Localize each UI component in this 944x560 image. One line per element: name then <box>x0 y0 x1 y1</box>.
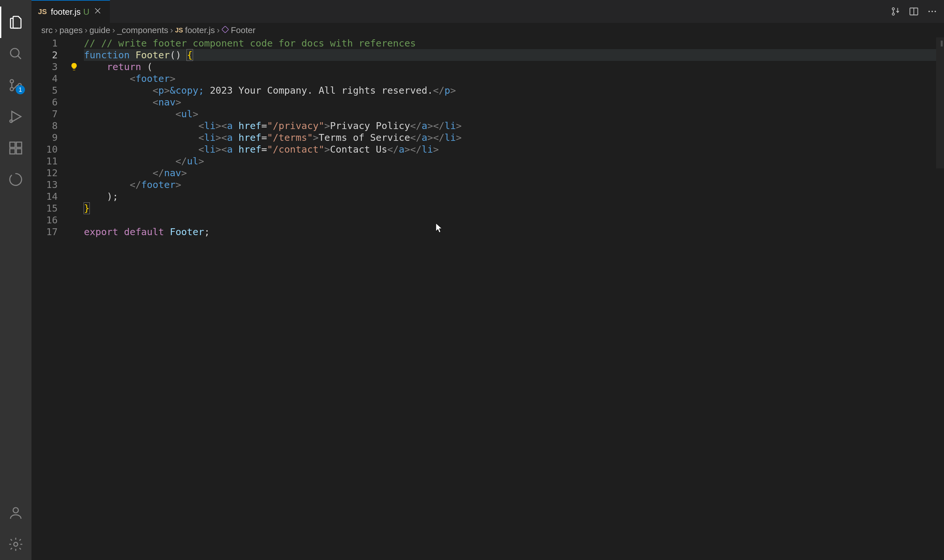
line-number[interactable]: 2 <box>31 49 58 61</box>
tab-filename: footer.js <box>51 7 81 17</box>
close-icon <box>93 6 102 15</box>
activity-extensions[interactable] <box>0 132 31 164</box>
tab-close-button[interactable] <box>93 6 102 17</box>
breadcrumb-pages[interactable]: pages <box>59 25 83 35</box>
activity-explorer[interactable] <box>0 6 31 38</box>
breadcrumb-file[interactable]: JS footer.js <box>175 25 215 35</box>
svg-rect-9 <box>16 149 22 154</box>
symbol-function-icon <box>222 25 229 35</box>
svg-line-1 <box>18 56 21 59</box>
code-line[interactable]: <nav> <box>84 96 944 108</box>
breadcrumb-src[interactable]: src <box>41 25 53 35</box>
minimap[interactable] <box>936 37 944 560</box>
code-line[interactable]: function Footer() { <box>84 49 944 61</box>
code-line[interactable]: </nav> <box>84 167 944 179</box>
js-file-icon: JS <box>38 8 47 16</box>
svg-rect-22 <box>222 26 229 33</box>
line-number[interactable]: 8 <box>31 120 58 132</box>
activity-run[interactable] <box>0 101 31 132</box>
split-editor-button[interactable] <box>909 6 919 17</box>
code-content[interactable]: // // write footer component code for do… <box>84 37 944 560</box>
activity-bar: 1 <box>0 0 31 560</box>
gear-icon <box>8 537 23 552</box>
chevron-right-icon: › <box>85 25 88 35</box>
svg-point-19 <box>929 11 930 12</box>
split-icon <box>909 6 919 17</box>
breadcrumb-guide[interactable]: guide <box>89 25 111 35</box>
svg-point-16 <box>892 13 895 15</box>
spinner-icon <box>8 172 23 187</box>
line-number[interactable]: 14 <box>31 191 58 202</box>
line-number[interactable]: 10 <box>31 143 58 155</box>
run-debug-icon <box>8 109 23 125</box>
code-line[interactable]: <p>&copy; 2023 Your Company. All rights … <box>84 85 944 96</box>
breadcrumbs[interactable]: src › pages › guide › _components › JS f… <box>31 23 944 37</box>
code-editor[interactable]: 1234567891011121314151617 // // write fo… <box>31 37 944 560</box>
line-number[interactable]: 17 <box>31 226 58 238</box>
code-line[interactable]: </footer> <box>84 179 944 191</box>
line-number[interactable]: 13 <box>31 179 58 191</box>
line-number[interactable]: 12 <box>31 167 58 179</box>
line-number[interactable]: 5 <box>31 85 58 96</box>
svg-point-21 <box>935 11 936 12</box>
line-number[interactable]: 9 <box>31 132 58 143</box>
activity-loading[interactable] <box>0 164 31 195</box>
breadcrumb-components[interactable]: _components <box>117 25 168 35</box>
code-line[interactable]: ); <box>84 191 944 202</box>
code-line[interactable]: <li><a href="/contact">Contact Us</a></l… <box>84 143 944 155</box>
code-line[interactable]: <li><a href="/terms">Terms of Service</a… <box>84 132 944 143</box>
line-number[interactable]: 15 <box>31 202 58 214</box>
line-number[interactable]: 4 <box>31 73 58 85</box>
js-file-icon: JS <box>175 26 183 34</box>
scm-badge: 1 <box>16 85 25 94</box>
activity-scm[interactable]: 1 <box>0 69 31 101</box>
compare-changes-button[interactable] <box>890 6 901 17</box>
svg-marker-5 <box>12 111 21 122</box>
code-line[interactable]: return ( <box>84 61 944 73</box>
compare-icon <box>890 6 901 17</box>
lightbulb-icon[interactable] <box>69 62 79 71</box>
glyph-margin <box>68 37 84 560</box>
svg-point-12 <box>14 542 18 546</box>
svg-point-11 <box>13 508 19 513</box>
chevron-right-icon: › <box>55 25 58 35</box>
chevron-right-icon: › <box>217 25 220 35</box>
code-line[interactable] <box>84 214 944 226</box>
files-icon <box>8 14 23 30</box>
activity-search[interactable] <box>0 38 31 69</box>
svg-point-15 <box>892 8 895 10</box>
svg-rect-8 <box>10 149 15 154</box>
breadcrumb-symbol[interactable]: Footer <box>222 25 255 35</box>
svg-point-0 <box>11 48 19 57</box>
editor-actions <box>890 0 944 23</box>
code-line[interactable]: // // write footer component code for do… <box>84 37 944 49</box>
more-actions-button[interactable] <box>927 6 938 17</box>
code-line[interactable]: } <box>84 202 944 214</box>
tab-footer-js[interactable]: JS footer.js U <box>31 0 110 23</box>
line-number[interactable]: 16 <box>31 214 58 226</box>
svg-rect-7 <box>10 142 15 148</box>
line-number[interactable]: 7 <box>31 108 58 120</box>
code-line[interactable]: </ul> <box>84 155 944 167</box>
search-icon <box>8 46 23 62</box>
line-number[interactable]: 3 <box>31 61 58 73</box>
chevron-right-icon: › <box>112 25 115 35</box>
activity-account[interactable] <box>0 497 31 529</box>
account-icon <box>8 505 23 521</box>
code-line[interactable]: <ul> <box>84 108 944 120</box>
svg-point-20 <box>932 11 933 12</box>
chevron-right-icon: › <box>170 25 173 35</box>
line-number[interactable]: 6 <box>31 96 58 108</box>
line-number[interactable]: 1 <box>31 37 58 49</box>
minimap-viewport[interactable] <box>936 37 944 168</box>
activity-settings[interactable] <box>0 529 31 560</box>
editor-group: JS footer.js U src <box>31 0 944 560</box>
line-number[interactable]: 11 <box>31 155 58 167</box>
line-number-gutter[interactable]: 1234567891011121314151617 <box>31 37 68 560</box>
svg-point-3 <box>10 88 14 91</box>
code-line[interactable]: export default Footer; <box>84 226 944 238</box>
code-line[interactable]: <li><a href="/privacy">Privacy Policy</a… <box>84 120 944 132</box>
svg-point-6 <box>10 120 12 123</box>
tabs-bar: JS footer.js U <box>31 0 944 23</box>
code-line[interactable]: <footer> <box>84 73 944 85</box>
